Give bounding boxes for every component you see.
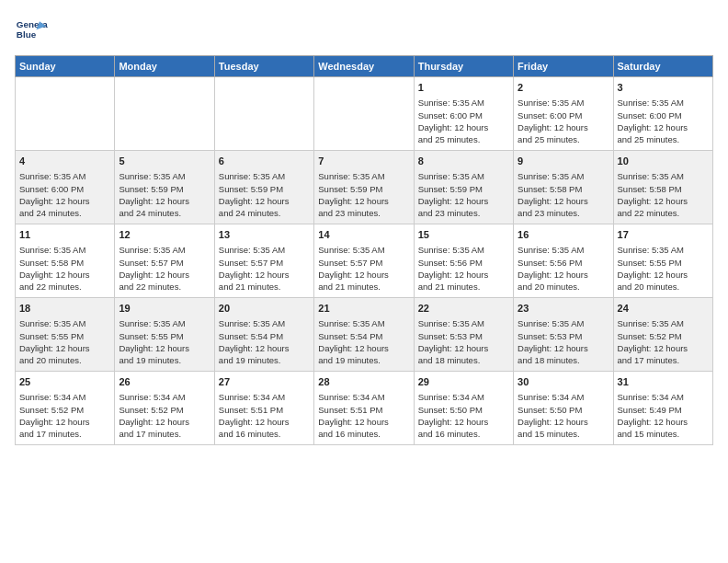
day-number: 16 bbox=[518, 228, 609, 242]
calendar-cell bbox=[314, 77, 414, 151]
day-number: 14 bbox=[318, 228, 409, 242]
day-info: Sunrise: 5:35 AM Sunset: 5:59 PM Dayligh… bbox=[318, 170, 409, 219]
day-info: Sunrise: 5:35 AM Sunset: 5:59 PM Dayligh… bbox=[219, 170, 310, 219]
day-number: 29 bbox=[418, 375, 509, 389]
week-row-4: 25Sunrise: 5:34 AM Sunset: 5:52 PM Dayli… bbox=[16, 372, 713, 445]
day-number: 12 bbox=[119, 228, 210, 242]
day-info: Sunrise: 5:35 AM Sunset: 5:55 PM Dayligh… bbox=[19, 317, 110, 366]
day-number: 20 bbox=[219, 302, 310, 316]
svg-text:Blue: Blue bbox=[17, 29, 37, 40]
col-header-monday: Monday bbox=[115, 56, 214, 77]
day-number: 25 bbox=[19, 375, 110, 389]
calendar-cell: 6Sunrise: 5:35 AM Sunset: 5:59 PM Daylig… bbox=[214, 151, 313, 224]
day-info: Sunrise: 5:34 AM Sunset: 5:52 PM Dayligh… bbox=[19, 391, 110, 440]
calendar-cell: 24Sunrise: 5:35 AM Sunset: 5:52 PM Dayli… bbox=[613, 298, 712, 372]
calendar-cell: 29Sunrise: 5:34 AM Sunset: 5:50 PM Dayli… bbox=[414, 372, 513, 445]
calendar-cell: 20Sunrise: 5:35 AM Sunset: 5:54 PM Dayli… bbox=[214, 298, 313, 372]
col-header-thursday: Thursday bbox=[414, 56, 513, 77]
day-number: 23 bbox=[518, 302, 609, 316]
calendar-cell: 8Sunrise: 5:35 AM Sunset: 5:59 PM Daylig… bbox=[414, 151, 513, 224]
day-number: 30 bbox=[518, 375, 609, 389]
day-number: 10 bbox=[618, 155, 709, 168]
day-info: Sunrise: 5:35 AM Sunset: 6:00 PM Dayligh… bbox=[19, 170, 110, 219]
calendar-cell: 11Sunrise: 5:35 AM Sunset: 5:58 PM Dayli… bbox=[16, 224, 115, 298]
day-number: 3 bbox=[618, 81, 709, 95]
calendar-cell: 9Sunrise: 5:35 AM Sunset: 5:58 PM Daylig… bbox=[514, 151, 613, 224]
week-row-0: 1Sunrise: 5:35 AM Sunset: 6:00 PM Daylig… bbox=[16, 77, 713, 151]
day-number: 31 bbox=[618, 375, 709, 389]
calendar-cell: 13Sunrise: 5:35 AM Sunset: 5:57 PM Dayli… bbox=[214, 224, 313, 298]
calendar-cell: 25Sunrise: 5:34 AM Sunset: 5:52 PM Dayli… bbox=[16, 372, 115, 445]
day-number: 5 bbox=[119, 155, 210, 168]
calendar-cell: 7Sunrise: 5:35 AM Sunset: 5:59 PM Daylig… bbox=[314, 151, 414, 224]
calendar-table: SundayMondayTuesdayWednesdayThursdayFrid… bbox=[15, 55, 713, 445]
day-number: 15 bbox=[418, 228, 509, 242]
col-header-sunday: Sunday bbox=[16, 56, 115, 77]
logo: General Blue bbox=[15, 15, 48, 48]
calendar-cell: 3Sunrise: 5:35 AM Sunset: 6:00 PM Daylig… bbox=[613, 77, 712, 151]
calendar-cell: 23Sunrise: 5:35 AM Sunset: 5:53 PM Dayli… bbox=[514, 298, 613, 372]
calendar-cell bbox=[16, 77, 115, 151]
calendar-cell: 16Sunrise: 5:35 AM Sunset: 5:56 PM Dayli… bbox=[514, 224, 613, 298]
calendar-cell: 10Sunrise: 5:35 AM Sunset: 5:58 PM Dayli… bbox=[613, 151, 712, 224]
day-info: Sunrise: 5:35 AM Sunset: 5:59 PM Dayligh… bbox=[119, 170, 210, 219]
week-row-2: 11Sunrise: 5:35 AM Sunset: 5:58 PM Dayli… bbox=[16, 224, 713, 298]
day-info: Sunrise: 5:35 AM Sunset: 5:53 PM Dayligh… bbox=[418, 317, 509, 366]
day-info: Sunrise: 5:34 AM Sunset: 5:49 PM Dayligh… bbox=[618, 391, 709, 440]
header: General Blue bbox=[15, 15, 713, 48]
calendar-cell: 14Sunrise: 5:35 AM Sunset: 5:57 PM Dayli… bbox=[314, 224, 414, 298]
calendar-cell: 5Sunrise: 5:35 AM Sunset: 5:59 PM Daylig… bbox=[115, 151, 214, 224]
day-number: 1 bbox=[418, 81, 509, 95]
day-info: Sunrise: 5:35 AM Sunset: 5:56 PM Dayligh… bbox=[518, 244, 609, 293]
calendar-cell: 22Sunrise: 5:35 AM Sunset: 5:53 PM Dayli… bbox=[414, 298, 513, 372]
day-info: Sunrise: 5:35 AM Sunset: 5:53 PM Dayligh… bbox=[518, 317, 609, 366]
day-number: 26 bbox=[119, 375, 210, 389]
day-number: 8 bbox=[418, 155, 509, 168]
day-info: Sunrise: 5:35 AM Sunset: 6:00 PM Dayligh… bbox=[418, 97, 509, 145]
day-info: Sunrise: 5:35 AM Sunset: 5:55 PM Dayligh… bbox=[119, 317, 210, 366]
calendar-cell: 12Sunrise: 5:35 AM Sunset: 5:57 PM Dayli… bbox=[115, 224, 214, 298]
calendar-cell: 26Sunrise: 5:34 AM Sunset: 5:52 PM Dayli… bbox=[115, 372, 214, 445]
day-info: Sunrise: 5:35 AM Sunset: 5:56 PM Dayligh… bbox=[418, 244, 509, 293]
day-number: 17 bbox=[618, 228, 709, 242]
col-header-saturday: Saturday bbox=[613, 56, 712, 77]
day-number: 27 bbox=[219, 375, 310, 389]
day-info: Sunrise: 5:35 AM Sunset: 5:52 PM Dayligh… bbox=[618, 317, 709, 366]
calendar-cell: 4Sunrise: 5:35 AM Sunset: 6:00 PM Daylig… bbox=[16, 151, 115, 224]
calendar-cell: 19Sunrise: 5:35 AM Sunset: 5:55 PM Dayli… bbox=[115, 298, 214, 372]
calendar-cell: 31Sunrise: 5:34 AM Sunset: 5:49 PM Dayli… bbox=[613, 372, 712, 445]
calendar-cell: 2Sunrise: 5:35 AM Sunset: 6:00 PM Daylig… bbox=[514, 77, 613, 151]
day-info: Sunrise: 5:35 AM Sunset: 5:58 PM Dayligh… bbox=[618, 170, 709, 219]
day-info: Sunrise: 5:34 AM Sunset: 5:52 PM Dayligh… bbox=[119, 391, 210, 440]
day-info: Sunrise: 5:35 AM Sunset: 5:57 PM Dayligh… bbox=[318, 244, 409, 293]
day-info: Sunrise: 5:35 AM Sunset: 5:58 PM Dayligh… bbox=[19, 244, 110, 293]
day-info: Sunrise: 5:35 AM Sunset: 6:00 PM Dayligh… bbox=[518, 97, 609, 145]
week-row-1: 4Sunrise: 5:35 AM Sunset: 6:00 PM Daylig… bbox=[16, 151, 713, 224]
calendar-cell: 21Sunrise: 5:35 AM Sunset: 5:54 PM Dayli… bbox=[314, 298, 414, 372]
calendar-cell: 28Sunrise: 5:34 AM Sunset: 5:51 PM Dayli… bbox=[314, 372, 414, 445]
day-number: 7 bbox=[318, 155, 409, 168]
day-info: Sunrise: 5:35 AM Sunset: 5:59 PM Dayligh… bbox=[418, 170, 509, 219]
day-number: 13 bbox=[219, 228, 310, 242]
day-info: Sunrise: 5:34 AM Sunset: 5:50 PM Dayligh… bbox=[518, 391, 609, 440]
day-info: Sunrise: 5:35 AM Sunset: 5:54 PM Dayligh… bbox=[219, 317, 310, 366]
day-info: Sunrise: 5:35 AM Sunset: 6:00 PM Dayligh… bbox=[618, 97, 709, 145]
day-number: 9 bbox=[518, 155, 609, 168]
calendar-cell: 30Sunrise: 5:34 AM Sunset: 5:50 PM Dayli… bbox=[514, 372, 613, 445]
day-info: Sunrise: 5:35 AM Sunset: 5:55 PM Dayligh… bbox=[618, 244, 709, 293]
day-number: 19 bbox=[119, 302, 210, 316]
calendar-cell: 27Sunrise: 5:34 AM Sunset: 5:51 PM Dayli… bbox=[214, 372, 313, 445]
day-info: Sunrise: 5:35 AM Sunset: 5:57 PM Dayligh… bbox=[119, 244, 210, 293]
logo-icon: General Blue bbox=[15, 15, 48, 48]
day-info: Sunrise: 5:34 AM Sunset: 5:50 PM Dayligh… bbox=[418, 391, 509, 440]
col-header-friday: Friday bbox=[514, 56, 613, 77]
day-number: 22 bbox=[418, 302, 509, 316]
day-number: 2 bbox=[518, 81, 609, 95]
day-number: 21 bbox=[318, 302, 409, 316]
day-info: Sunrise: 5:35 AM Sunset: 5:58 PM Dayligh… bbox=[518, 170, 609, 219]
header-row: SundayMondayTuesdayWednesdayThursdayFrid… bbox=[16, 56, 713, 77]
day-info: Sunrise: 5:35 AM Sunset: 5:54 PM Dayligh… bbox=[318, 317, 409, 366]
day-info: Sunrise: 5:34 AM Sunset: 5:51 PM Dayligh… bbox=[318, 391, 409, 440]
day-number: 4 bbox=[19, 155, 110, 168]
day-number: 24 bbox=[618, 302, 709, 316]
